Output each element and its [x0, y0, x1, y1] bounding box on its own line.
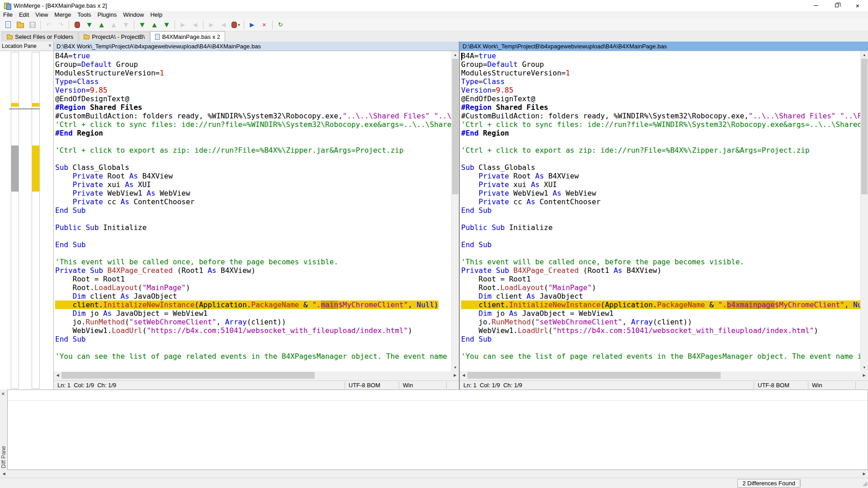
diff-mark-right-2 [32, 145, 39, 192]
code-line-9: 'Ctrl + click to sync files: ide://run?f… [55, 120, 451, 129]
window-title: WinMerge - [B4XMainPage.bas x 2] [14, 2, 107, 9]
location-pane-close-button[interactable]: × [48, 42, 52, 49]
diff-pane-close-button[interactable]: × [1, 390, 5, 397]
right-vertical-scroll-thumb[interactable] [861, 59, 868, 194]
menu-window[interactable]: Window [120, 11, 147, 19]
code-line-34: End Sub [461, 335, 860, 343]
menu-file[interactable]: File [0, 11, 16, 19]
close-button[interactable]: × [847, 0, 868, 11]
resize-grip[interactable]: ◢ [859, 480, 868, 487]
compare-button[interactable]: ▶ [246, 19, 258, 30]
scroll-right-arrow-icon[interactable]: ▶ [860, 371, 868, 379]
left-vertical-scroll-thumb[interactable] [452, 59, 458, 194]
right-horizontal-scrollbar[interactable]: ◀ ▶ [460, 371, 868, 379]
tab-bar: Select Files or FoldersProjectA\ - Proje… [0, 31, 868, 42]
code-line-12: 'Ctrl + click to export as zip: ide://ru… [55, 146, 451, 155]
code-line-15: Private Root As B4XView [55, 172, 451, 180]
location-strip-right[interactable] [32, 52, 40, 389]
scroll-down-arrow-icon[interactable]: ▼ [861, 364, 868, 371]
menu-plugins[interactable]: Plugins [94, 11, 120, 19]
right-horizontal-scroll-thumb[interactable] [467, 372, 721, 379]
copy-right-advance-button: ▶ [206, 19, 217, 30]
status-bar: 2 Differences Found ◢ [0, 478, 868, 488]
right-file-path-header[interactable]: D:\B4X Work\_Temp\ProjectB\b4xpagewebvie… [460, 42, 868, 51]
code-line-31: Dim jo As JavaObject = WebView1 [461, 309, 860, 318]
menu-help[interactable]: Help [147, 11, 165, 19]
diff-pane-horizontal-scrollbar[interactable]: ◀ ▶ [0, 470, 868, 478]
current-diff-button[interactable]: ▼ [161, 19, 172, 30]
caption-buttons: × [806, 0, 868, 11]
code-line-19: End Sub [55, 206, 451, 215]
code-line-21: Public Sub Initialize [461, 223, 860, 232]
code-line-6: @EndOfDesignText@ [461, 94, 860, 103]
compare-area: B4A=trueGroup=Default GroupModulesStruct… [0, 51, 868, 389]
next-diff-button[interactable]: ▼ [84, 19, 95, 30]
code-line-5: Version=9.85 [461, 86, 860, 94]
tab-1[interactable]: Select Files or Folders [2, 32, 78, 42]
next-conflict-button[interactable]: ▼ [137, 19, 148, 30]
menu-view[interactable]: View [32, 11, 51, 19]
left-horizontal-scrollbar[interactable]: ◀ ▶ [54, 371, 459, 379]
restore-button[interactable] [826, 0, 847, 11]
toolbar-separator [40, 20, 41, 29]
stop-button[interactable]: × [259, 19, 270, 30]
code-line-19: End Sub [461, 206, 860, 215]
scroll-right-arrow-icon[interactable]: ▶ [860, 470, 868, 478]
scroll-left-arrow-icon[interactable]: ◀ [54, 371, 61, 379]
scroll-up-arrow-icon[interactable]: ▲ [861, 51, 868, 59]
location-pane[interactable] [0, 51, 54, 389]
right-vertical-scrollbar[interactable]: ▲ ▼ [860, 51, 868, 371]
diff-pane-scroll-track[interactable] [8, 470, 860, 478]
left-vertical-scrollbar[interactable]: ▲ ▼ [451, 51, 459, 371]
prediffer-dropdown[interactable]: ▾ [230, 19, 241, 30]
open-button[interactable] [14, 19, 26, 30]
right-code-editor[interactable]: B4A=trueGroup=Default GroupModulesStruct… [460, 51, 868, 371]
scroll-left-arrow-icon[interactable]: ◀ [460, 371, 467, 379]
diff-mark-left-1 [11, 103, 19, 107]
code-line-17: Private WebView1 As WebView [55, 189, 451, 197]
last-diff-button: ▼ [120, 19, 132, 30]
code-line-22 [461, 232, 860, 240]
prev-diff-button[interactable]: ▲ [96, 19, 107, 30]
menu-tools[interactable]: Tools [74, 11, 94, 19]
first-difference-icon: ▲ [112, 21, 116, 28]
menu-merge[interactable]: Merge [51, 11, 74, 19]
code-line-29: Dim client As JavaObject [461, 292, 860, 300]
tab-3[interactable]: B4XMainPage.bas x 2 [150, 31, 225, 42]
location-strip-left[interactable] [11, 52, 19, 389]
scroll-down-arrow-icon[interactable]: ▼ [452, 364, 459, 371]
left-file-path-header[interactable]: D:\B4X Work\_Temp\ProjectA\b4xpagewebvie… [54, 42, 459, 51]
options-button[interactable] [71, 19, 83, 30]
location-pane-title: Location Pane [2, 43, 37, 49]
scroll-up-arrow-icon[interactable]: ▲ [452, 51, 459, 59]
left-horizontal-scroll-track[interactable] [61, 371, 451, 379]
first-diff-button: ▲ [108, 19, 119, 30]
minimize-button[interactable] [806, 0, 826, 11]
right-encoding-indicator: UTF-8 BOM [754, 382, 808, 389]
refresh-button[interactable]: ↻ [275, 19, 286, 30]
code-line-32: jo.RunMethod("setWebChromeClient", Array… [461, 318, 860, 326]
code-line-27: Root = Root1 [55, 275, 451, 283]
tab-2[interactable]: ProjectA\ - ProjectB\ [79, 32, 150, 42]
new-compare-button[interactable] [2, 19, 14, 30]
code-line-16: Private xui As XUI [461, 180, 860, 189]
left-horizontal-scroll-thumb[interactable] [61, 372, 315, 379]
code-line-12: 'Ctrl + click to export as zip: ide://ru… [461, 146, 860, 155]
prev-conflict-button[interactable]: ▲ [149, 19, 160, 30]
code-line-14: Sub Class_Globals [461, 163, 860, 172]
code-line-20 [461, 215, 860, 223]
location-pane-header: Location Pane × [0, 42, 54, 51]
scroll-left-arrow-icon[interactable]: ◀ [0, 470, 8, 478]
diff-pane-content[interactable] [7, 389, 868, 470]
menu-edit[interactable]: Edit [16, 11, 32, 19]
right-horizontal-scroll-track[interactable] [467, 371, 860, 379]
code-line-25: 'This event will be called once, before … [461, 258, 860, 266]
diff-mark-left-2 [11, 145, 19, 192]
title-bar: WinMerge - [B4XMainPage.bas x 2] × [0, 0, 868, 11]
tab-label: ProjectA\ - ProjectB\ [92, 33, 145, 40]
code-line-18: Private cc As ContentChooser [461, 197, 860, 206]
code-line-23: End Sub [55, 240, 451, 249]
left-code-editor[interactable]: B4A=trueGroup=Default GroupModulesStruct… [54, 51, 459, 371]
previous-conflict-icon: ▲ [152, 21, 157, 28]
scroll-right-arrow-icon[interactable]: ▶ [451, 371, 459, 379]
